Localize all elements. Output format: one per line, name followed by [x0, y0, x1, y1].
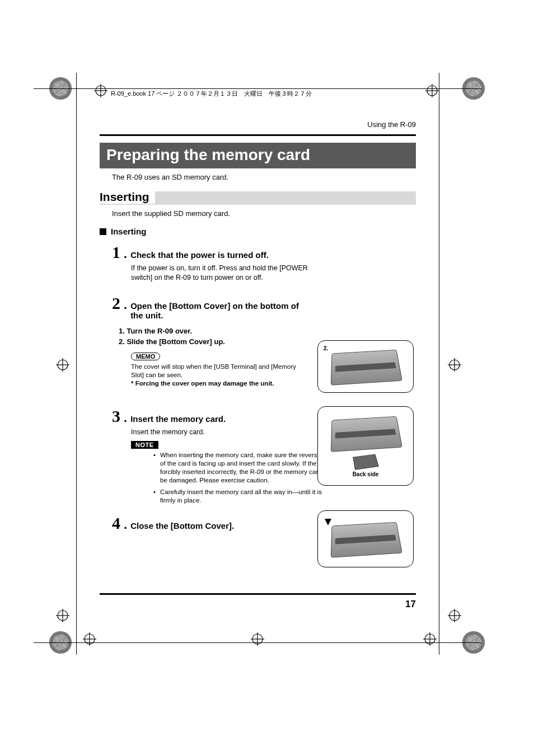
bullet-heading-text: Inserting [111, 227, 146, 236]
square-bullet-icon [100, 228, 106, 235]
registration-mark-icon [425, 84, 439, 97]
registration-mark-icon [83, 632, 96, 646]
registration-mark-icon [448, 358, 461, 372]
running-header: Using the R-09 [100, 120, 416, 129]
registration-mark-icon [251, 632, 264, 646]
memory-card-illustration [353, 454, 379, 469]
device-illustration [331, 522, 402, 558]
page-number: 17 [100, 599, 416, 610]
step-number: 2 [112, 295, 120, 312]
page-title: Preparing the memory card [100, 143, 416, 168]
print-header: R-09_e.book 17 ページ ２００７年２月１３日 火曜日 午後３時２７… [100, 84, 416, 98]
subheading: Inserting [100, 191, 416, 205]
device-illustration [331, 350, 402, 386]
memo-tag: MEMO [131, 353, 160, 360]
figure-label: 2. [324, 345, 328, 351]
step-number: 1 [112, 244, 120, 261]
crop-line [76, 73, 77, 655]
step-number: 3 [112, 408, 120, 425]
rule [100, 593, 416, 595]
registration-mark-icon [56, 609, 69, 622]
memo-body: The cover will stop when the [USB Termin… [131, 363, 310, 388]
figure-slide-cover: 2. [317, 340, 414, 393]
registration-mark-icon [423, 632, 437, 646]
memo-text: The cover will stop when the [USB Termin… [131, 363, 296, 378]
substep-1: 1. Turn the R-09 over. [119, 327, 416, 335]
memo-warning: * Forcing the cover open may damage the … [131, 380, 274, 387]
registration-mark-icon [56, 358, 69, 372]
bullet-heading: Inserting [100, 227, 416, 236]
step-body: Insert the memory card. [131, 428, 310, 437]
step-title: Check that the power is turned off. [130, 248, 269, 260]
step-title: Open the [Bottom Cover] on the bottom of… [130, 299, 310, 320]
crop-line [439, 73, 439, 655]
subintro-text: Insert the supplied SD memory card. [112, 209, 416, 218]
rule [100, 134, 416, 136]
arrow-down-icon [325, 519, 331, 525]
step-title: Insert the memory card. [130, 412, 226, 424]
device-illustration [331, 416, 402, 452]
intro-text: The R-09 uses an SD memory card. [112, 173, 416, 181]
step-body: If the power is on, turn it off. Press a… [131, 264, 310, 283]
subheading-text: Inserting [100, 190, 155, 204]
step-title: Close the [Bottom Cover]. [130, 519, 234, 530]
note-item: When inserting the memory card, make sur… [153, 451, 338, 485]
registration-mark-icon [448, 609, 461, 622]
note-tag: NOTE [131, 441, 158, 449]
note-item: Carefully insert the memory card all the… [153, 488, 338, 505]
note-list: When inserting the memory card, make sur… [131, 451, 338, 505]
step-number: 4 [112, 515, 120, 532]
figure-insert-card: Back side [317, 406, 414, 486]
step-1: 1. Check that the power is turned off. I… [112, 244, 416, 283]
figure-caption: Back side [353, 471, 379, 477]
figure-close-cover [317, 510, 414, 567]
